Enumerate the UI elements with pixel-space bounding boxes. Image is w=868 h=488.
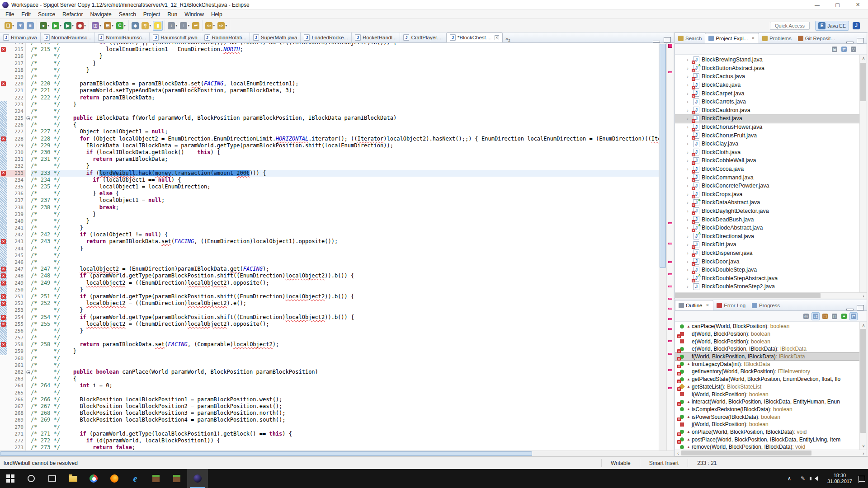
code-line[interactable]: 259/* */ } bbox=[0, 348, 659, 355]
tree-item-blockcake[interactable]: ›J✕BlockCake.java bbox=[675, 81, 867, 89]
focus-on-active-task-button[interactable]: ◎ bbox=[802, 312, 810, 320]
code-line[interactable]: 239/* */ } bbox=[0, 211, 659, 218]
code-line[interactable]: 261/* */ bbox=[0, 362, 659, 369]
minimize-button[interactable]: — bbox=[807, 0, 827, 9]
code-line[interactable]: ✕252/* 252 */ localObject2 = ((EnumDirec… bbox=[0, 300, 659, 307]
taskbar-minecraft-1-icon[interactable] bbox=[146, 469, 166, 488]
tree-item-blockdoublestep[interactable]: ›J✕BlockDoubleStep.java bbox=[675, 266, 867, 274]
editor-tab-supermathjava[interactable]: JSuperMath.java bbox=[250, 33, 301, 42]
menu-help[interactable]: Help bbox=[208, 10, 226, 19]
java-perspective-button[interactable]: J bbox=[850, 21, 864, 30]
taskbar-chrome-icon[interactable] bbox=[83, 469, 104, 488]
outline-member[interactable]: ✕▲onPlace(World, BlockPosition, IBlockDa… bbox=[675, 428, 867, 436]
explorer-tab-search[interactable]: Search bbox=[675, 33, 705, 43]
code-line[interactable]: 244/* */ } bbox=[0, 245, 659, 252]
tree-item-blockdataabstract[interactable]: ›J✕ABlockDataAbstract.java bbox=[675, 198, 867, 207]
taskbar-eclipse-icon[interactable] bbox=[187, 469, 208, 488]
close-view-icon[interactable]: ✕ bbox=[750, 36, 755, 41]
code-line[interactable]: 226/* */ { bbox=[0, 122, 659, 128]
tree-item-blockchest[interactable]: ›J✕BlockChest.java bbox=[675, 114, 867, 123]
code-line[interactable]: ✕255/* 255 */ localObject2 = ((EnumDirec… bbox=[0, 321, 659, 328]
dropdown-caret-icon[interactable]: ▾ bbox=[12, 23, 14, 28]
error-overview-mark[interactable] bbox=[668, 328, 672, 330]
expand-chevron-icon[interactable]: › bbox=[687, 99, 693, 104]
error-overview-mark[interactable] bbox=[668, 340, 672, 342]
tree-item-blockchorusfruit[interactable]: ›J✕BlockChorusFruit.java bbox=[675, 131, 867, 140]
error-overview-mark[interactable] bbox=[668, 273, 672, 275]
code-line[interactable]: 266/* 266 */ BlockPosition localBlockPos… bbox=[0, 396, 659, 403]
back-button[interactable]: ⇦▾ bbox=[204, 21, 216, 31]
code-line[interactable]: 231/* 231 */ return paramIBlockData; bbox=[0, 156, 659, 163]
action-center-icon[interactable] bbox=[859, 476, 865, 482]
close-tab-icon[interactable]: ✕ bbox=[495, 35, 500, 40]
outline-member[interactable]: ▲i(World, BlockPosition) : boolean bbox=[675, 390, 867, 398]
code-line[interactable]: 267/* 267 */ BlockPosition localBlockPos… bbox=[0, 403, 659, 410]
quick-access-button[interactable]: Quick Access bbox=[770, 22, 810, 30]
profile-button[interactable]: ◉▾ bbox=[75, 21, 87, 31]
dropdown-caret-icon[interactable]: ▾ bbox=[112, 23, 113, 28]
hide-fields-button[interactable]: ◻ bbox=[821, 312, 829, 320]
tree-item-blockdaylightdetector[interactable]: ›J✕BlockDaylightDetector.java bbox=[675, 207, 867, 216]
code-line[interactable]: 245/* */ bbox=[0, 252, 659, 259]
editor-tab-radianrotati[interactable]: JRadianRotati... bbox=[201, 33, 250, 42]
outline-tab-outline[interactable]: Outline✕ bbox=[675, 300, 713, 310]
minimize-view-icon[interactable] bbox=[846, 42, 854, 43]
code-line[interactable]: ✕228/* 228 */ for (Object localObject2 =… bbox=[0, 136, 659, 142]
editor-tab-normalraumsc[interactable]: JNormalRaumsc... bbox=[95, 33, 150, 42]
menu-search[interactable]: Search bbox=[115, 10, 140, 19]
new-package-button[interactable]: ⊞▾ bbox=[103, 21, 114, 31]
close-view-icon[interactable]: ✕ bbox=[705, 303, 710, 308]
outline-member[interactable]: ✕▲e(World, BlockPosition, IBlockData) : … bbox=[675, 345, 867, 353]
explorer-tab-problems[interactable]: Problems bbox=[759, 33, 795, 43]
dropdown-caret-icon[interactable]: ▾ bbox=[99, 23, 101, 28]
minimize-view-icon[interactable] bbox=[653, 41, 660, 42]
taskbar-firefox-icon[interactable] bbox=[104, 469, 125, 488]
outline-vertical-scrollbar[interactable]: ∧ ∨ bbox=[859, 322, 867, 450]
code-line[interactable]: 227/* 227 */ Object localObject1 = null; bbox=[0, 128, 659, 135]
code-line[interactable]: 264/* 264 */ int i = 0; bbox=[0, 382, 659, 389]
tree-item-blockchorusflower[interactable]: ›J✕BlockChorusFlower.java bbox=[675, 123, 867, 131]
tab-overflow-chevron[interactable]: »2 bbox=[505, 36, 514, 42]
tree-item-blockcarrots[interactable]: ›JBlockCarrots.java bbox=[675, 98, 867, 106]
scroll-left-arrow[interactable]: ‹ bbox=[675, 450, 681, 456]
menu-source[interactable]: Source bbox=[34, 10, 59, 19]
code-line[interactable]: 242/* 242 */ if (localObject1 != null) { bbox=[0, 231, 659, 238]
code-line[interactable]: 238/* 238 */ break; bbox=[0, 204, 659, 211]
open-type-button[interactable]: ◈ bbox=[131, 21, 140, 31]
new-wizard-button[interactable]: ❏▾ bbox=[4, 21, 15, 31]
tree-item-blockbuttonabstract[interactable]: ›J✕ABlockButtonAbstract.java bbox=[675, 64, 867, 73]
search-button[interactable]: ⚲▾ bbox=[141, 21, 152, 31]
run-external-button[interactable]: ▶▾ bbox=[63, 21, 75, 31]
code-line[interactable]: ✕215/* 215 */ localEnumDirection1 = Enum… bbox=[0, 46, 659, 53]
editor-tab-craftplayer[interactable]: JCraftPlayer.... bbox=[400, 33, 446, 42]
code-line[interactable]: 234/* 234 */ if (localObject1 == null) { bbox=[0, 177, 659, 183]
code-editor[interactable]: 214/* 214 */ if (((bool2) || (localIBloc… bbox=[0, 43, 659, 450]
tree-horizontal-scrollbar[interactable]: › bbox=[675, 292, 867, 299]
editor-tab-raumschiffjava[interactable]: JRaumschiff.java bbox=[150, 33, 201, 42]
editor-tab-rockethandl[interactable]: JRocketHandl... bbox=[352, 33, 400, 42]
error-overview-mark[interactable] bbox=[668, 261, 672, 263]
maximize-view-icon[interactable] bbox=[857, 38, 864, 43]
editor-horizontal-scrollbar[interactable] bbox=[0, 450, 674, 456]
code-line[interactable]: 216/* */ } bbox=[0, 53, 659, 60]
tree-item-blockdeadbush[interactable]: ›J✕BlockDeadBush.java bbox=[675, 215, 867, 224]
maximize-button[interactable]: ▢ bbox=[827, 0, 848, 9]
error-overview-mark[interactable] bbox=[668, 286, 672, 287]
tree-item-blockdoublestonestep2[interactable]: ›JBlockDoubleStoneStep2.java bbox=[675, 282, 867, 291]
code-line[interactable]: 246/* */ bbox=[0, 259, 659, 266]
collapse-all-button[interactable]: ⊟ bbox=[830, 45, 839, 53]
outline-member[interactable]: ✕▲interact(World, BlockPosition, IBlockD… bbox=[675, 398, 867, 406]
error-overview-mark[interactable] bbox=[668, 353, 672, 355]
dropdown-caret-icon[interactable]: ▾ bbox=[188, 23, 189, 28]
project-tree[interactable]: ›J✕BlockBrewingStand.java›J✕ABlockButton… bbox=[675, 55, 867, 292]
tree-item-blockcloth[interactable]: ›J✕BlockCloth.java bbox=[675, 148, 867, 157]
menu-refactor[interactable]: Refactor bbox=[59, 10, 86, 19]
code-line[interactable]: 260/* */ bbox=[0, 355, 659, 362]
outline-tab-errorlog[interactable]: Error Log bbox=[713, 300, 749, 310]
scrollbar-thumb[interactable] bbox=[675, 293, 821, 298]
outline-member[interactable]: ▲j(World, BlockPosition) : boolean bbox=[675, 421, 867, 428]
code-line[interactable]: 268/* 268 */ BlockPosition localBlockPos… bbox=[0, 410, 659, 417]
outline-member[interactable]: ✕▲getStateList() : BlockStateList bbox=[675, 383, 867, 391]
code-line[interactable]: ✕247/* 247 */ localObject2 = (EnumDirect… bbox=[0, 266, 659, 272]
error-overview-mark[interactable] bbox=[668, 387, 672, 389]
